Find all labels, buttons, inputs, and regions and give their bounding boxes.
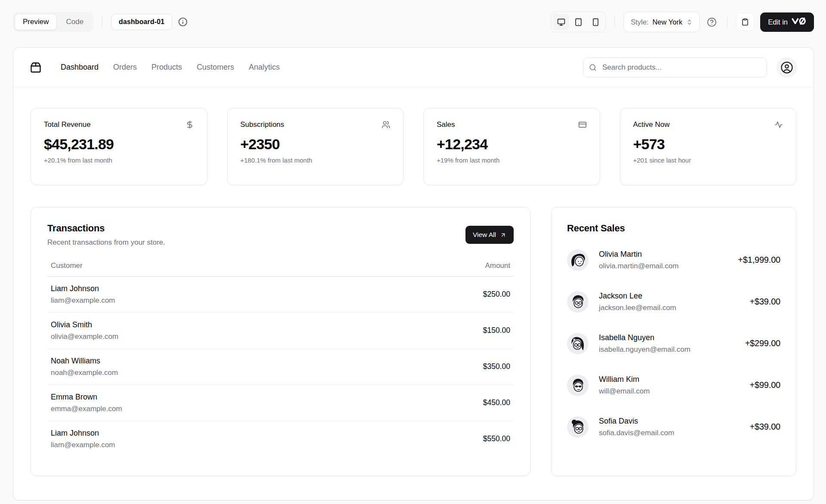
table-row: Liam Johnson liam@example.com $550.00 bbox=[47, 421, 514, 457]
main-nav: Dashboard Orders Products Customers Anal… bbox=[61, 63, 280, 72]
stat-value: +12,234 bbox=[437, 136, 587, 153]
table-row: Emma Brown emma@example.com $450.00 bbox=[47, 385, 514, 421]
avatar bbox=[567, 249, 589, 271]
stats-row: Total Revenue $45,231.89 +20.1% from las… bbox=[31, 108, 796, 185]
sale-amount: +$99.00 bbox=[750, 380, 780, 390]
view-all-button[interactable]: View All bbox=[465, 226, 514, 244]
transactions-subtitle: Recent transactions from your store. bbox=[47, 238, 165, 247]
tablet-icon bbox=[574, 18, 583, 26]
list-item: Isabella Nguyen isabella.nguyen@email.co… bbox=[567, 332, 780, 355]
clipboard-icon bbox=[741, 18, 749, 26]
chevrons-up-down-icon bbox=[686, 19, 693, 25]
list-item: Jackson Lee jackson.lee@email.com +$39.0… bbox=[567, 290, 780, 313]
device-tablet-button[interactable] bbox=[570, 14, 586, 30]
stat-change: +201 since last hour bbox=[633, 157, 783, 164]
edit-in-v0-button[interactable]: Edit in bbox=[760, 12, 814, 32]
sale-amount: +$1,999.00 bbox=[738, 255, 780, 265]
customer-email: liam@example.com bbox=[51, 295, 369, 306]
dashboard-preview-panel: Dashboard Orders Products Customers Anal… bbox=[13, 47, 814, 501]
device-toggle-group bbox=[551, 12, 606, 32]
users-icon bbox=[382, 120, 390, 129]
stat-value: +2350 bbox=[240, 136, 391, 153]
customer-email: emma@example.com bbox=[51, 403, 369, 414]
sale-amount: +$299.00 bbox=[745, 338, 780, 348]
stat-change: +180.1% from last month bbox=[240, 157, 391, 164]
recent-sales-card: Recent Sales bbox=[551, 207, 796, 476]
avatar bbox=[567, 416, 589, 438]
customer-email: olivia@example.com bbox=[51, 331, 369, 342]
customer-email: liam@example.com bbox=[51, 439, 369, 450]
arrow-up-right-icon bbox=[500, 232, 506, 238]
customer-name: Olivia Smith bbox=[51, 319, 369, 330]
tab-preview[interactable]: Preview bbox=[15, 14, 57, 30]
column-header-amount: Amount bbox=[372, 256, 514, 277]
dashboard-content: Total Revenue $45,231.89 +20.1% from las… bbox=[13, 87, 814, 500]
nav-item-dashboard[interactable]: Dashboard bbox=[61, 63, 99, 72]
smartphone-icon bbox=[592, 18, 600, 26]
transaction-amount: $350.00 bbox=[372, 349, 514, 385]
style-select-label: Style: bbox=[631, 18, 648, 26]
info-button[interactable] bbox=[178, 17, 188, 27]
stat-card-active-now: Active Now +573 +201 since last hour bbox=[620, 108, 797, 185]
recent-sales-title: Recent Sales bbox=[567, 223, 780, 234]
style-select[interactable]: Style: New York bbox=[623, 12, 700, 32]
blocks-preview-page: Preview Code dashboard-01 bbox=[0, 0, 826, 504]
stat-card-sales: Sales +12,234 +19% from last month bbox=[423, 108, 600, 185]
toolbar-divider bbox=[102, 16, 102, 28]
sale-customer-name: Isabella Nguyen bbox=[599, 332, 690, 343]
sale-customer-name: Sofia Davis bbox=[599, 415, 674, 427]
table-row: Noah Williams noah@example.com $350.00 bbox=[47, 349, 514, 385]
customer-name: Liam Johnson bbox=[51, 427, 369, 439]
stat-title: Subscriptions bbox=[240, 120, 284, 129]
list-item: Olivia Martin olivia.martin@email.com +$… bbox=[567, 249, 780, 271]
table-row: Liam Johnson liam@example.com $250.00 bbox=[47, 277, 514, 313]
search-input[interactable] bbox=[583, 58, 767, 77]
block-name-badge: dashboard-01 bbox=[111, 14, 172, 30]
transaction-amount: $250.00 bbox=[372, 277, 514, 313]
help-button[interactable] bbox=[707, 17, 717, 27]
transaction-amount: $150.00 bbox=[372, 313, 514, 349]
edit-in-v0-label: Edit in bbox=[768, 18, 788, 26]
view-mode-toggle: Preview Code bbox=[13, 12, 93, 32]
app-header: Dashboard Orders Products Customers Anal… bbox=[13, 48, 814, 87]
sale-amount: +$39.00 bbox=[750, 422, 780, 432]
recent-sales-list: Olivia Martin olivia.martin@email.com +$… bbox=[567, 249, 780, 438]
nav-item-analytics[interactable]: Analytics bbox=[249, 63, 280, 72]
stat-title: Active Now bbox=[633, 120, 670, 129]
account-button[interactable] bbox=[777, 57, 797, 78]
sale-customer-name: William Kim bbox=[599, 374, 650, 385]
sale-customer-name: Olivia Martin bbox=[599, 249, 678, 260]
stat-change: +19% from last month bbox=[437, 157, 587, 164]
monitor-icon bbox=[557, 18, 565, 26]
customer-name: Liam Johnson bbox=[51, 283, 369, 294]
sale-customer-email: sofia.davis@email.com bbox=[599, 427, 674, 438]
style-select-value: New York bbox=[652, 18, 682, 26]
nav-item-orders[interactable]: Orders bbox=[113, 63, 137, 72]
nav-item-products[interactable]: Products bbox=[151, 63, 182, 72]
copy-code-button[interactable] bbox=[736, 13, 754, 31]
transactions-table: Customer Amount Liam Johnson liam@exampl… bbox=[47, 256, 514, 457]
stat-card-subscriptions: Subscriptions +2350 +180.1% from last mo… bbox=[227, 108, 404, 185]
activity-icon bbox=[774, 120, 783, 129]
transaction-amount: $550.00 bbox=[372, 421, 514, 457]
sale-customer-email: isabella.nguyen@email.com bbox=[599, 344, 690, 355]
stat-change: +20.1% from last month bbox=[44, 157, 194, 164]
stat-title: Sales bbox=[437, 120, 455, 129]
lower-row: Transactions Recent transactions from yo… bbox=[31, 207, 796, 476]
dollar-sign-icon bbox=[185, 120, 194, 129]
transactions-card: Transactions Recent transactions from yo… bbox=[31, 207, 530, 476]
device-desktop-button[interactable] bbox=[553, 14, 569, 30]
tab-code[interactable]: Code bbox=[58, 14, 92, 30]
stat-value: $45,231.89 bbox=[44, 136, 194, 153]
sale-customer-email: olivia.martin@email.com bbox=[599, 261, 678, 271]
sale-amount: +$39.00 bbox=[750, 297, 780, 307]
customer-name: Noah Williams bbox=[51, 355, 369, 366]
info-icon bbox=[178, 17, 188, 27]
stat-value: +573 bbox=[633, 136, 783, 153]
nav-item-customers[interactable]: Customers bbox=[197, 63, 234, 72]
transactions-title: Transactions bbox=[47, 223, 165, 234]
device-mobile-button[interactable] bbox=[587, 14, 604, 30]
toolbar-divider bbox=[727, 16, 727, 28]
list-item: Sofia Davis sofia.davis@email.com +$39.0… bbox=[567, 415, 780, 438]
search-icon bbox=[589, 64, 597, 71]
